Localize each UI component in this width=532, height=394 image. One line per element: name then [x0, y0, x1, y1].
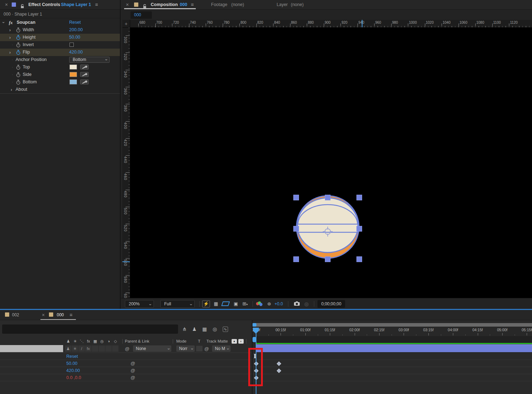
show-snapshot-button[interactable]: ◎ [304, 300, 309, 307]
anchor-position-dropdown[interactable]: Bottom› [69, 57, 110, 63]
eyedropper-button[interactable] [80, 72, 89, 77]
parent-link-column-header[interactable]: Parent & Link [125, 338, 149, 345]
effect-controls-tab-title[interactable]: Effect Controls [28, 0, 60, 9]
pickwhip-icon[interactable]: @ [131, 367, 135, 374]
collapse-column-icon[interactable]: ✳ [72, 338, 78, 345]
timeline-tab-000[interactable]: 000 [57, 310, 64, 320]
stopwatch-icon[interactable] [16, 42, 21, 48]
exposure-reset-icon[interactable]: ⊛ [265, 300, 273, 307]
resolution-dropdown[interactable]: Full › [160, 300, 195, 308]
layer-row[interactable]: ♟✳/fx @ None › Norr › @ No M › [0, 345, 252, 353]
twirl-right-icon[interactable]: › [9, 49, 11, 56]
invert-checkbox[interactable] [70, 43, 74, 47]
stopwatch-icon[interactable] [16, 79, 21, 85]
stopwatch-icon[interactable] [16, 35, 21, 40]
eyedropper-button[interactable] [80, 65, 89, 70]
stopwatch-icon[interactable] [16, 50, 21, 55]
mini-flowchart-icon[interactable]: ⋔ [182, 326, 187, 332]
footage-tab[interactable]: Footage [211, 0, 227, 9]
shy-column-icon[interactable]: ♟ [65, 338, 72, 345]
mode-column-header[interactable]: Mode [176, 338, 187, 345]
motion-blur-column-icon[interactable]: ◎ [99, 338, 105, 345]
shy-toggle-icon[interactable]: ♟ [192, 326, 197, 332]
timeline-tab-002[interactable]: 002 [12, 310, 19, 320]
composition-viewport[interactable] [130, 28, 532, 298]
timeline-tracks-area[interactable]: 0:00f00:15f01:00f01:15f02:00f02:15f03:00… [253, 320, 532, 394]
quality-column-icon[interactable]: ⋱ [78, 338, 85, 345]
ruler-corner-box[interactable]: + [122, 20, 130, 28]
twirl-right-icon[interactable]: › [9, 26, 11, 34]
pickwhip-icon[interactable]: @ [125, 345, 129, 353]
viewer-comp-button[interactable]: 000 [131, 11, 152, 19]
switch-cell[interactable] [92, 345, 99, 352]
timeline-property-value[interactable]: 50.00 [66, 360, 77, 367]
snapshot-camera-button[interactable] [294, 301, 300, 307]
timeline-property-value[interactable]: 0.0 ,0.0 [66, 374, 81, 381]
twirl-right-icon[interactable]: › [11, 86, 12, 93]
property-value[interactable]: 200.00 [69, 26, 83, 34]
fx-column-icon[interactable]: fx [85, 338, 92, 345]
pickwhip-icon[interactable]: @ [131, 374, 135, 381]
twirl-down-icon[interactable]: › [0, 22, 7, 23]
reset-link[interactable]: Reset [69, 19, 81, 26]
eyedropper-button[interactable] [80, 79, 89, 84]
preserve-transparency-icon[interactable]: ● [232, 339, 237, 344]
graph-editor-icon[interactable]: ∿ [223, 327, 228, 332]
switch-cell[interactable] [99, 345, 105, 352]
quality-switch-icon[interactable]: / [78, 345, 85, 352]
3d-layer-column-icon[interactable]: ◇ [112, 338, 119, 345]
layer-tab[interactable]: Layer [277, 0, 288, 9]
frame-blend-toggle-icon[interactable]: ▦ [202, 326, 207, 332]
fx-switch-icon[interactable]: fx [85, 345, 92, 352]
timeline-property-value[interactable]: Reset [66, 353, 78, 360]
property-value[interactable]: 50.00 [69, 34, 80, 41]
parent-dropdown[interactable]: None › [133, 345, 171, 352]
timeline-property-value[interactable]: 420.00 [66, 367, 80, 374]
show-channel-button[interactable] [256, 301, 263, 306]
property-value[interactable]: 420.00 [69, 49, 83, 56]
close-icon[interactable]: × [42, 310, 45, 320]
switch-cell[interactable] [112, 345, 119, 352]
effect-header-row[interactable]: › fx Soupcan Reset [0, 19, 120, 26]
mask-visibility-button[interactable] [221, 301, 230, 306]
track-matte-icon[interactable]: ◗ [238, 339, 244, 344]
matte-pickwhip-icon[interactable]: @ [204, 345, 209, 353]
layer-duration-bar[interactable] [256, 344, 532, 352]
selected-layer-label-bar[interactable] [0, 345, 63, 352]
grid-guides-button[interactable]: ⊞▾ [241, 300, 249, 307]
keyframe-diamond[interactable] [277, 368, 281, 373]
preserve-transparency-column-header[interactable]: T [198, 338, 200, 345]
track-matte-dropdown[interactable]: No M › [212, 345, 231, 352]
adjustment-layer-column-icon[interactable]: ◑ [105, 338, 112, 345]
motion-blur-toggle-icon[interactable]: ◎ [213, 326, 217, 332]
twirl-right-icon[interactable]: › [9, 34, 11, 41]
stopwatch-icon[interactable] [16, 72, 21, 77]
color-swatch[interactable] [70, 79, 77, 84]
soupcan-shape[interactable] [291, 192, 365, 266]
fast-previews-button[interactable]: ⚡ [202, 300, 210, 307]
blend-mode-dropdown[interactable]: Norr › [176, 345, 195, 352]
time-ruler[interactable]: 0:00f00:15f01:00f01:15f02:00f02:15f03:00… [253, 327, 532, 336]
timeline-search-field[interactable] [2, 324, 178, 334]
color-swatch[interactable] [70, 65, 77, 70]
panel-menu-icon[interactable]: ≡ [70, 310, 72, 320]
transparency-grid-button[interactable]: ▦ [212, 300, 220, 307]
exposure-value[interactable]: +0.0 [275, 300, 283, 307]
shy-switch-icon[interactable]: ♟ [65, 345, 72, 352]
timecode-display[interactable]: 0;00;00;00 [317, 300, 345, 308]
panel-menu-icon[interactable]: ≡ [95, 0, 98, 9]
vertical-ruler[interactable]: 3003203403603804004204404604805005205405… [122, 28, 130, 298]
preserve-transparency-cell[interactable] [196, 346, 203, 351]
region-of-interest-button[interactable]: ▣ [232, 300, 240, 307]
keyframe-diamond[interactable] [277, 361, 281, 366]
pickwhip-icon[interactable]: @ [131, 360, 135, 367]
color-swatch[interactable] [70, 72, 77, 77]
stopwatch-icon[interactable] [16, 27, 21, 33]
time-navigator-strip[interactable] [253, 336, 532, 343]
work-area-bar[interactable] [253, 323, 532, 327]
collapse-switch-icon[interactable]: ✳ [72, 345, 78, 352]
horizontal-ruler[interactable]: 6807007207407607808008208408608809009209… [130, 20, 532, 28]
track-matte-column-header[interactable]: Track Matte [206, 338, 228, 345]
magnification-dropdown[interactable]: 200% › [125, 300, 154, 308]
effect-controls-layer-name[interactable]: Shape Layer 1 [61, 0, 91, 9]
